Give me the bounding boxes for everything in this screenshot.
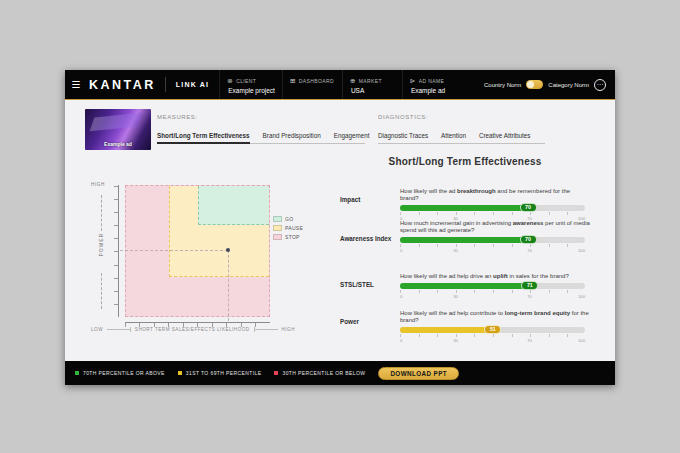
category-norm-label: Category Norm <box>548 82 589 88</box>
ad-data-point <box>226 248 230 252</box>
nav-ad-name-value: Example ad <box>410 87 455 94</box>
measure-row-awareness-index: Awareness Index How much incremental gai… <box>340 220 590 253</box>
tab-attention[interactable]: Attention <box>441 132 466 139</box>
effectiveness-quadrant-plot <box>125 185 270 317</box>
nav-client-label: CLIENT <box>236 78 256 84</box>
norm-toggle[interactable] <box>526 80 543 89</box>
header-right: Country Norm Category Norm ⋯ <box>484 70 615 99</box>
nav-market[interactable]: ⊕ MARKET USA <box>342 70 402 99</box>
market-globe-icon: ⊕ <box>350 77 356 85</box>
y-axis-high-label: HIGH <box>91 182 105 187</box>
nav-dashboard[interactable]: ⊞ DASHBOARD <box>282 70 342 99</box>
measure-row-stsl-stel: STSL/STEL How likely will the ad help dr… <box>340 273 590 299</box>
client-icon: ⊚ <box>227 77 233 85</box>
green-percentile-swatch <box>75 371 79 375</box>
point-crosshair-vertical <box>228 250 229 321</box>
nav-market-value: USA <box>350 87 395 94</box>
nav-dashboard-label: DASHBOARD <box>299 78 334 84</box>
ad-name-icon: ⊳ <box>410 77 416 85</box>
nav-ad-name-label: AD NAME <box>419 78 445 84</box>
measure-question: How much incremental gain in advertising… <box>400 220 590 234</box>
measure-label: Awareness Index <box>340 235 398 242</box>
x-axis-label-row: LOW SHORT TERM SALES/EFFECTS LIKELIHOOD … <box>91 327 295 332</box>
download-ppt-button[interactable]: DOWNLOAD PPT <box>378 367 459 380</box>
y-axis-guide-lower <box>101 273 102 309</box>
footer-legend-green: 70TH PERCENTILE OR ABOVE <box>75 370 165 376</box>
x-axis-high-label: HIGH <box>282 327 295 332</box>
legend-item-pause: PAUSE <box>273 225 303 231</box>
pause-swatch <box>273 225 282 231</box>
measure-label: Power <box>340 318 398 325</box>
footer-legend-red: 30TH PERCENTILE OR BELOW <box>274 370 365 376</box>
point-crosshair-horizontal <box>120 250 228 251</box>
ad-thumbnail-caption: Example ad <box>85 141 151 147</box>
diagnostics-label: DIAGNOSTICS: <box>378 114 428 120</box>
tab-brand-predisposition[interactable]: Brand Predisposition <box>263 132 321 139</box>
more-options-icon[interactable]: ⋯ <box>594 79 606 91</box>
ad-video-thumbnail[interactable]: Example ad <box>85 109 151 150</box>
measure-row-power: Power How likely will the ad help contri… <box>340 310 590 343</box>
zone-legend: GO PAUSE STOP <box>273 216 303 240</box>
nav-client-value: Example project <box>227 87 275 94</box>
measure-label: STSL/STEL <box>340 281 398 288</box>
y-axis-ticks <box>114 186 118 317</box>
amber-percentile-swatch <box>178 371 182 375</box>
dashboard-icon: ⊞ <box>290 77 296 85</box>
measures-tabs: Short/Long Term Effectiveness Brand Pred… <box>157 132 365 144</box>
stop-swatch <box>273 234 282 240</box>
measure-question: How likely will the ad help contribute t… <box>400 310 590 324</box>
x-axis-low-label: LOW <box>91 327 103 332</box>
measure-question: How likely will the ad help drive an upl… <box>400 273 590 280</box>
page-title: Short/Long Term Effectiveness <box>335 156 595 167</box>
norm-toggle-knob <box>527 81 534 88</box>
hamburger-menu-icon[interactable]: ☰ <box>65 70 87 99</box>
score-scale: 0 30 70 100 <box>400 289 585 299</box>
x-axis-title: SHORT TERM SALES/EFFECTS LIKELIHOOD <box>135 327 250 332</box>
zone-go <box>198 186 270 225</box>
country-norm-label: Country Norm <box>484 82 521 88</box>
score-scale: 0 30 70 100 <box>400 333 585 343</box>
measures-label: MEASURES: <box>157 114 198 120</box>
nav-client[interactable]: ⊚ CLIENT Example project <box>219 70 282 99</box>
nav-ad-name[interactable]: ⊳ AD NAME Example ad <box>402 70 462 99</box>
app-footer: 70TH PERCENTILE OR ABOVE 31ST TO 69TH PE… <box>65 361 615 385</box>
tab-engagement[interactable]: Engagement <box>334 132 370 139</box>
legend-item-go: GO <box>273 216 303 222</box>
go-swatch <box>273 216 282 222</box>
tab-diagnostic-traces[interactable]: Diagnostic Traces <box>378 132 428 139</box>
kantar-logo: KANTAR <box>87 70 165 99</box>
legend-item-stop: STOP <box>273 234 303 240</box>
nav-market-label: MARKET <box>359 78 382 84</box>
desktop-background: ☰ KANTAR LINK AI ⊚ CLIENT Example projec… <box>0 0 680 453</box>
y-axis-line <box>118 185 119 317</box>
footer-legend-amber: 31ST TO 69TH PERCENTILE <box>178 370 262 376</box>
measure-row-impact: Impact How likely will the ad breakthrou… <box>340 188 590 221</box>
tab-creative-attributes[interactable]: Creative Attributes <box>479 132 530 139</box>
tab-short-long-term-effectiveness[interactable]: Short/Long Term Effectiveness <box>157 132 250 139</box>
nav-dashboard-value <box>290 87 335 94</box>
measure-label: Impact <box>340 196 398 203</box>
score-scale: 0 30 70 100 <box>400 243 585 253</box>
measure-question: How likely will the ad breakthrough and … <box>400 188 590 202</box>
product-name: LINK AI <box>166 70 219 99</box>
diagnostics-tabs: Diagnostic Traces Attention Creative Att… <box>378 132 545 144</box>
red-percentile-swatch <box>274 371 278 375</box>
link-ai-app-window: ☰ KANTAR LINK AI ⊚ CLIENT Example projec… <box>65 70 615 385</box>
y-axis-title: POWER <box>99 222 104 268</box>
app-header: ☰ KANTAR LINK AI ⊚ CLIENT Example projec… <box>65 70 615 100</box>
